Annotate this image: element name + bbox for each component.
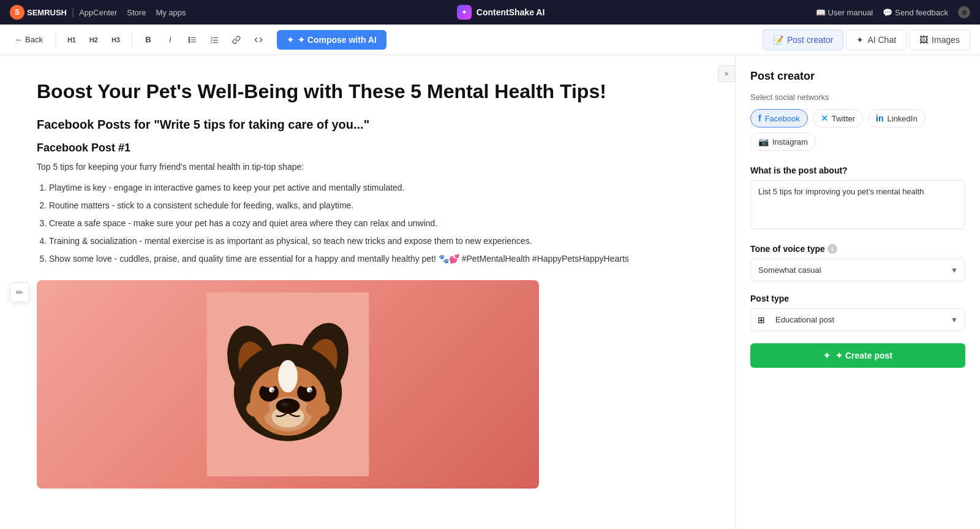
user-manual-link[interactable]: 📖 User manual xyxy=(816,8,873,17)
post-number: Facebook Post #1 xyxy=(37,142,698,154)
list-item: Playtime is key - engage in interactive … xyxy=(49,181,698,194)
select-networks-label: Select social networks xyxy=(750,93,965,102)
send-feedback-label: Send feedback xyxy=(895,8,948,17)
tone-info-icon[interactable]: i xyxy=(827,244,837,254)
sidebar-title: Post creator xyxy=(750,70,965,83)
social-networks-group: f Facebook ✕ Twitter in LinkedIn 📷 Insta… xyxy=(750,109,965,151)
list-item: Training & socialization - mental exerci… xyxy=(49,235,698,248)
tone-select[interactable]: Somewhat casual Very formal Formal Neutr… xyxy=(750,259,965,281)
svg-point-30 xyxy=(276,398,300,414)
twitter-network-button[interactable]: ✕ Twitter xyxy=(813,109,863,127)
linkedin-label: LinkedIn xyxy=(888,114,918,123)
right-sidebar: Post creator Select social networks f Fa… xyxy=(735,55,980,529)
instagram-network-button[interactable]: 📷 Instagram xyxy=(750,132,816,151)
svg-point-24 xyxy=(271,390,274,392)
tone-select-wrapper: Somewhat casual Very formal Formal Neutr… xyxy=(750,259,965,281)
app-icon: ✦ xyxy=(457,5,472,20)
post-about-textarea[interactable]: List 5 tips for improving you pet's ment… xyxy=(750,180,965,229)
compose-with-ai-button[interactable]: ✦ ✦ Compose with AI xyxy=(277,30,386,50)
create-post-label: ✦ Create post xyxy=(835,351,892,360)
my-apps-link[interactable]: My apps xyxy=(156,8,186,17)
ordered-list-button[interactable]: 1.2.3. xyxy=(206,31,223,48)
svg-rect-9 xyxy=(213,40,218,40)
article-title: Boost Your Pet's Well-Being with These 5… xyxy=(37,80,698,103)
svg-point-33 xyxy=(306,400,330,417)
post-type-select[interactable]: Educational post Promotional post Engage… xyxy=(750,308,965,331)
semrush-label: SEMRUSH xyxy=(27,8,67,17)
nav-separator: | xyxy=(72,7,74,18)
twitter-icon: ✕ xyxy=(821,113,828,123)
images-tab-label: Images xyxy=(932,35,960,45)
create-post-icon: ✦ xyxy=(823,351,831,360)
svg-point-0 xyxy=(188,37,190,39)
svg-point-4 xyxy=(188,41,190,43)
tone-label-row: Tone of voice type i xyxy=(750,244,965,254)
ai-chat-tab-icon: ✦ xyxy=(856,35,864,45)
ai-chat-tab[interactable]: ✦ AI Chat xyxy=(846,29,907,50)
appcenter-label: AppCenter xyxy=(79,8,117,17)
svg-text:3.: 3. xyxy=(211,40,213,44)
back-label: Back xyxy=(25,35,43,44)
nav-center: ✦ ContentShake AI xyxy=(196,5,806,20)
list-item: Routine matters - stick to a consistent … xyxy=(49,199,698,212)
compose-ai-label: ✦ Compose with AI xyxy=(298,35,377,45)
bold-button[interactable]: B xyxy=(140,31,157,48)
h1-button[interactable]: H1 xyxy=(63,31,80,48)
post-type-select-wrapper: ⊞ Educational post Promotional post Enga… xyxy=(750,308,965,331)
svg-rect-7 xyxy=(213,37,218,38)
h2-button[interactable]: H2 xyxy=(85,31,102,48)
svg-rect-3 xyxy=(191,39,196,40)
italic-button[interactable]: I xyxy=(162,31,179,48)
send-feedback-link[interactable]: 💬 Send feedback xyxy=(883,8,948,17)
post-type-label: Post type xyxy=(750,294,965,303)
settings-icon[interactable]: ⚙ xyxy=(958,6,970,18)
tone-label: Tone of voice type xyxy=(750,244,825,254)
facebook-network-button[interactable]: f Facebook xyxy=(750,109,808,127)
post-creator-tab-icon: 📝 xyxy=(773,35,783,45)
svg-point-32 xyxy=(246,400,270,417)
collapse-sidebar-button[interactable]: » xyxy=(718,65,735,82)
link-button[interactable] xyxy=(228,31,245,48)
images-tab-icon: 🖼 xyxy=(919,35,928,45)
toolbar-divider-2 xyxy=(132,32,132,47)
back-button[interactable]: ← Back xyxy=(10,32,48,47)
h3-button[interactable]: H3 xyxy=(107,31,124,48)
svg-point-19 xyxy=(278,360,298,393)
facebook-label: Facebook xyxy=(765,114,800,123)
svg-point-31 xyxy=(281,403,288,407)
instagram-icon: 📷 xyxy=(758,137,769,147)
svg-point-26 xyxy=(262,379,277,388)
book-icon: 📖 xyxy=(816,8,826,17)
editor-area: » ✏ Boost Your Pet's Well-Being with The… xyxy=(0,55,735,529)
post-creator-tab[interactable]: 📝 Post creator xyxy=(763,29,843,50)
create-post-button[interactable]: ✦ ✦ Create post xyxy=(750,343,965,368)
store-link[interactable]: Store xyxy=(127,8,146,17)
user-manual-label: User manual xyxy=(828,8,873,17)
semrush-brand[interactable]: S SEMRUSH | AppCenter xyxy=(10,5,117,20)
images-tab[interactable]: 🖼 Images xyxy=(909,29,970,50)
feedback-icon: 💬 xyxy=(883,8,892,17)
post-about-label: What is the post about? xyxy=(750,166,965,175)
svg-rect-1 xyxy=(191,37,196,38)
dog-illustration xyxy=(202,292,374,476)
instagram-label: Instagram xyxy=(772,137,808,147)
toolbar-divider-1 xyxy=(55,32,56,47)
back-arrow-icon: ← xyxy=(15,35,23,44)
ai-chat-tab-label: AI Chat xyxy=(867,35,896,45)
floating-edit-button[interactable]: ✏ xyxy=(10,283,29,302)
svg-rect-11 xyxy=(213,42,218,43)
compose-ai-icon: ✦ xyxy=(287,35,294,45)
toolbar-right-tabs: 📝 Post creator ✦ AI Chat 🖼 Images xyxy=(763,29,970,50)
post-creator-tab-label: Post creator xyxy=(787,35,833,45)
post-image xyxy=(37,280,539,489)
section-subtitle: Facebook Posts for "Write 5 tips for tak… xyxy=(37,118,698,132)
svg-point-25 xyxy=(309,390,312,392)
code-button[interactable] xyxy=(250,31,267,48)
facebook-icon: f xyxy=(758,113,761,123)
list-item: Create a safe space - make sure your pet… xyxy=(49,217,698,230)
top-navigation: S SEMRUSH | AppCenter Store My apps ✦ Co… xyxy=(0,0,980,25)
main-wrapper: » ✏ Boost Your Pet's Well-Being with The… xyxy=(0,55,980,529)
svg-point-27 xyxy=(300,379,315,388)
unordered-list-button[interactable] xyxy=(184,31,201,48)
linkedin-network-button[interactable]: in LinkedIn xyxy=(868,109,925,127)
